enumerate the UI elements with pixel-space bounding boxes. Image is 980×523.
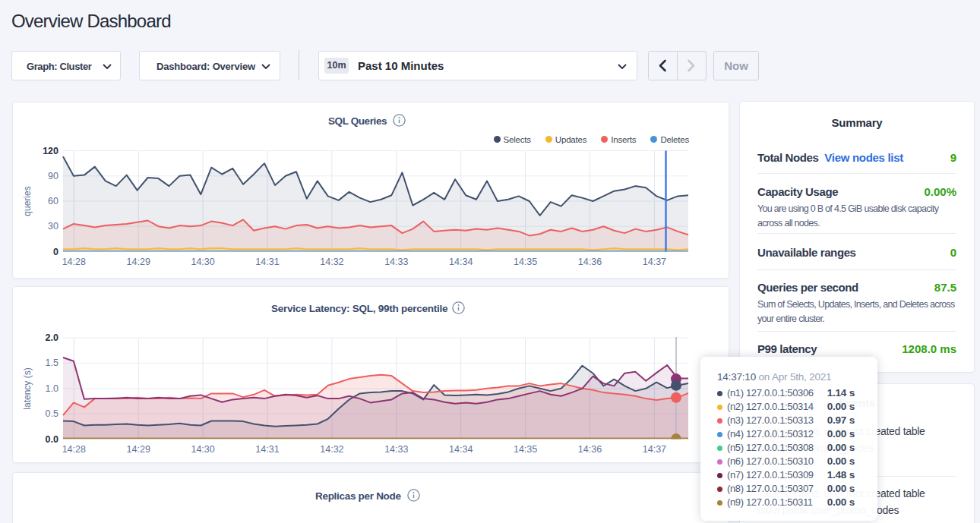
svg-text:0.0: 0.0 [46,434,58,445]
svg-text:14:37: 14:37 [643,257,666,267]
svg-text:14:29: 14:29 [127,444,150,455]
svg-text:latency (s): latency (s) [22,367,33,409]
svg-text:14:35: 14:35 [514,444,537,455]
svg-text:14:34: 14:34 [449,257,473,267]
svg-text:14:33: 14:33 [384,444,408,455]
svg-text:1.0: 1.0 [46,383,58,394]
svg-text:14:36: 14:36 [578,257,602,267]
svg-text:14:32: 14:32 [320,444,343,455]
svg-text:14:31: 14:31 [255,444,279,455]
svg-text:2.0: 2.0 [46,332,58,343]
svg-text:90: 90 [48,171,58,181]
svg-text:0: 0 [53,247,58,257]
svg-text:14:28: 14:28 [62,444,86,455]
svg-text:14:33: 14:33 [384,257,408,267]
svg-text:1.5: 1.5 [46,358,58,368]
svg-text:120: 120 [43,146,58,156]
svg-text:30: 30 [48,221,58,232]
svg-text:0.5: 0.5 [46,408,58,419]
svg-text:14:37: 14:37 [643,444,666,455]
svg-text:14:30: 14:30 [191,257,214,267]
svg-text:14:30: 14:30 [191,444,214,455]
svg-text:14:32: 14:32 [320,257,343,267]
svg-text:14:35: 14:35 [514,257,537,267]
svg-text:14:34: 14:34 [449,444,473,455]
svg-text:14:36: 14:36 [578,444,602,455]
svg-text:queries: queries [22,186,33,216]
svg-text:14:29: 14:29 [127,257,150,267]
svg-text:60: 60 [48,196,58,206]
svg-text:14:31: 14:31 [255,257,279,267]
svg-text:14:28: 14:28 [62,257,86,267]
